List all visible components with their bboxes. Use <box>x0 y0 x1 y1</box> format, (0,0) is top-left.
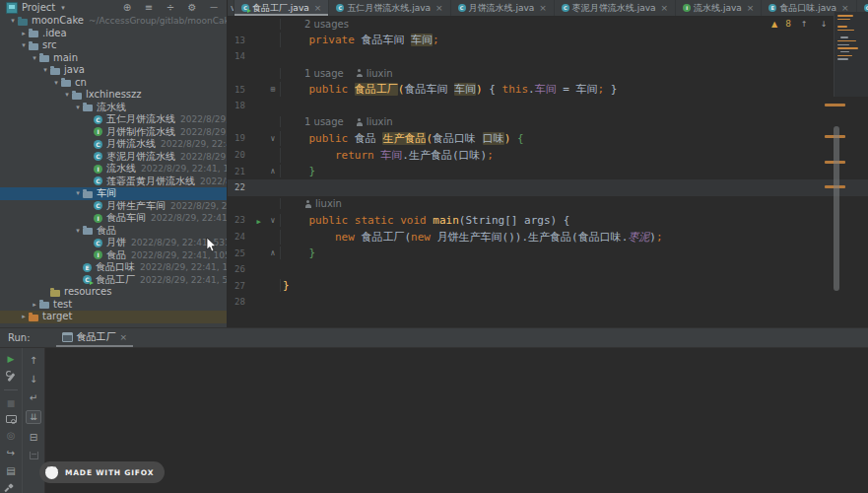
run-line-icon[interactable] <box>251 214 266 227</box>
code-line[interactable]: 27} <box>228 278 868 295</box>
chevron-down-icon[interactable] <box>51 77 61 89</box>
expand-all-icon[interactable] <box>164 2 177 14</box>
tree-item[interactable]: I流水线2022/8/29, 22:41, 176 B 28 m <box>0 163 227 176</box>
run-console-output[interactable] <box>45 348 868 493</box>
code-line[interactable]: 23∨ public static void main(String[] arg… <box>228 212 868 229</box>
console-view-icon[interactable] <box>4 465 18 476</box>
author-hint[interactable]: liuxin <box>356 68 393 79</box>
tree-item[interactable]: C月饼流水线2022/8/29, 22:41, 531 B <box>0 138 227 151</box>
tree-item[interactable]: I食品2022/8/29, 22:41, 105 B <box>0 249 227 262</box>
fold-marker-icon[interactable]: ∧ <box>266 248 280 257</box>
usages-hint[interactable]: 1 usage <box>304 68 344 79</box>
editor-tab[interactable]: C五仁月饼流水线.java× <box>329 0 450 16</box>
inlay-hint-row[interactable]: liuxin <box>228 196 868 213</box>
chevron-down-icon[interactable] <box>40 64 50 76</box>
code-line[interactable]: 24 new 食品工厂(new 月饼生产车间()).生产食品(食品口味.枣泥); <box>228 229 868 246</box>
fold-marker-icon[interactable]: ∨ <box>266 134 280 143</box>
coverage-icon[interactable] <box>4 430 18 441</box>
fold-marker-icon[interactable]: ∨ <box>266 216 280 225</box>
thread-dump-icon[interactable] <box>6 415 17 423</box>
chevron-down-icon[interactable] <box>19 39 29 51</box>
tree-item[interactable]: lxchinesszz <box>0 89 227 102</box>
chevron-right-icon[interactable] <box>30 299 39 311</box>
warning-stripe-mark[interactable] <box>825 104 845 106</box>
editor-scrollbar[interactable] <box>834 126 839 291</box>
soft-wrap-icon[interactable] <box>27 391 40 403</box>
close-icon[interactable]: × <box>120 332 128 342</box>
code-line[interactable]: 15⊞ public 食品工厂(食品车间 车间) { this.车间 = 车间;… <box>228 81 868 98</box>
editor-tab[interactable]: C月饼流水线.java× <box>451 0 555 16</box>
chevron-down-icon[interactable] <box>73 102 83 113</box>
tree-item[interactable]: main <box>0 52 227 65</box>
author-hint[interactable]: liuxin <box>304 198 342 209</box>
tree-item[interactable]: 车间 <box>0 187 227 200</box>
prev-occurrence-icon[interactable] <box>27 354 40 366</box>
code-line[interactable]: 13 private 食品车间 车间; <box>228 33 868 49</box>
close-tab-icon[interactable]: × <box>747 3 755 13</box>
run-config-tab[interactable]: 食品工厂 × <box>56 328 134 347</box>
code-line[interactable]: 18 <box>228 98 868 114</box>
chevron-right-icon[interactable] <box>19 28 29 39</box>
author-hint[interactable]: liuxin <box>356 116 393 127</box>
code-line[interactable]: 21∧ } <box>228 163 868 179</box>
tree-item[interactable]: src <box>0 39 227 52</box>
tree-item[interactable]: moonCake~/AccessGroup/gitlab/moonCake <box>0 15 227 28</box>
inspections-widget[interactable]: ▲8 <box>771 18 831 30</box>
chevron-down-icon[interactable] <box>8 15 18 27</box>
jump-to-source-icon[interactable] <box>4 448 18 458</box>
tree-item[interactable]: java <box>0 64 227 77</box>
chevron-down-icon[interactable] <box>73 225 83 237</box>
collapse-all-icon[interactable] <box>142 2 156 14</box>
tree-item[interactable]: resources <box>0 286 227 299</box>
locate-icon[interactable] <box>120 2 134 14</box>
tree-item[interactable]: target <box>0 311 227 323</box>
tree-item[interactable]: E食品口味2022/8/29, 22:41, 145 B 6 mi <box>0 261 227 274</box>
chevron-down-icon[interactable]: ▾ <box>61 4 65 12</box>
editor-tab[interactable]: C食品工厂.java× <box>234 0 329 16</box>
fold-marker-icon[interactable]: ⊞ <box>266 85 280 94</box>
usages-hint[interactable]: 1 usage <box>304 116 344 127</box>
chevron-right-icon[interactable] <box>19 311 29 322</box>
chevron-down-icon[interactable] <box>30 52 39 64</box>
print-icon[interactable] <box>27 431 40 443</box>
hide-panel-icon[interactable] <box>207 2 221 14</box>
chevron-down-icon[interactable] <box>62 89 72 101</box>
usages-hint[interactable]: 2 usages <box>304 19 349 30</box>
code-line[interactable]: 26 <box>228 261 868 278</box>
tree-item[interactable]: test <box>0 299 227 312</box>
tree-item[interactable]: cn <box>0 77 227 90</box>
tree-item[interactable]: I食品车间2022/8/29, 22:41, 231 B 3 <box>0 212 227 225</box>
code-line[interactable]: 25∧ } <box>228 245 868 261</box>
tree-item[interactable]: C月饼生产车间2022/8/29, 22:41, 89 <box>0 200 227 213</box>
tree-item[interactable]: C五仁月饼流水线2022/8/29, 22:41, <box>0 113 227 126</box>
pin-tab-icon[interactable] <box>4 483 18 493</box>
code-line[interactable]: 14 <box>228 48 868 65</box>
close-tab-icon[interactable]: × <box>661 3 669 13</box>
code-line[interactable]: 19∨ public 食品 生产食品(食品口味 口味) { <box>228 130 868 147</box>
prev-warning-icon[interactable] <box>797 18 811 30</box>
tree-item[interactable]: C枣泥月饼流水线2022/8/29, 22:41, <box>0 151 227 164</box>
chevron-down-icon[interactable] <box>73 187 83 199</box>
inlay-hint-row[interactable]: 1 usageliuxin <box>228 65 868 82</box>
project-panel-title[interactable]: Project <box>22 2 55 13</box>
editor-tab[interactable]: C枣泥月饼流水线.java× <box>555 0 676 16</box>
tree-item[interactable]: 食品 <box>0 225 227 238</box>
tree-item[interactable]: C莲蓉蛋黄月饼流水线2022/8/29, 2 <box>0 176 227 188</box>
code-line[interactable]: 28 <box>228 294 868 311</box>
fold-marker-icon[interactable]: ∧ <box>266 167 280 176</box>
next-occurrence-icon[interactable] <box>27 373 40 385</box>
scroll-to-end-icon[interactable] <box>26 410 41 424</box>
tree-item[interactable]: C食品工厂2022/8/29, 22:41, 592 B M mi <box>0 274 227 287</box>
next-warning-icon[interactable] <box>817 18 831 30</box>
code-line[interactable]: 22 <box>228 179 868 196</box>
clear-all-icon[interactable] <box>30 452 38 459</box>
tree-item[interactable]: 流水线 <box>0 102 227 114</box>
run-settings-icon[interactable] <box>4 371 18 381</box>
stop-icon[interactable] <box>4 397 18 407</box>
tree-item[interactable]: .idea <box>0 28 227 40</box>
inlay-hint-row[interactable]: 1 usageliuxin <box>228 114 868 131</box>
close-tab-icon[interactable]: × <box>539 3 547 13</box>
editor-tab[interactable]: va× <box>228 0 234 16</box>
tree-item[interactable]: C月饼2022/8/29, 22:41, 531 B 2 min <box>0 237 227 249</box>
close-tab-icon[interactable]: × <box>314 3 322 13</box>
